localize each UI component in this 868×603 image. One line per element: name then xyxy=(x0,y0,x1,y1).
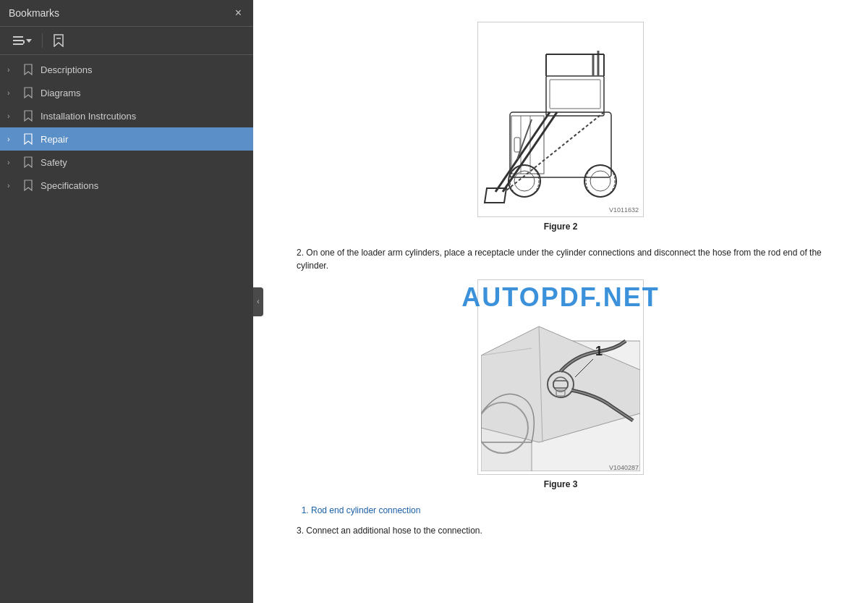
dropdown-arrow-icon xyxy=(26,38,32,43)
bookmark-icon-safety xyxy=(22,156,35,168)
figure3-container: 1 V1040287 Figure 3 xyxy=(297,279,825,489)
bookmark-item-specifications[interactable]: › Specifications xyxy=(0,174,253,197)
bookmark-nav-button[interactable] xyxy=(48,31,69,50)
step3-text: 3. Connect an additional hose to the con… xyxy=(297,524,825,537)
bookmark-item-safety[interactable]: › Safety xyxy=(0,151,253,174)
bookmark-item-descriptions[interactable]: › Descriptions xyxy=(0,58,253,81)
bookmark-icon xyxy=(53,34,64,47)
step-list-item-1: Rod end cylinder connection xyxy=(311,504,825,517)
svg-point-14 xyxy=(590,171,610,191)
figure2-caption: Figure 2 xyxy=(544,222,578,232)
sidebar-header: Bookmarks × xyxy=(0,0,253,27)
bookmark-icon-installation xyxy=(22,110,35,122)
expand-arrow-installation: › xyxy=(7,111,19,120)
svg-rect-0 xyxy=(13,36,23,38)
bookmark-label-diagrams: Diagrams xyxy=(41,88,81,98)
figure2-image: V1011632 xyxy=(477,22,644,217)
figure3-image: 1 V1040287 xyxy=(477,279,644,475)
svg-rect-1 xyxy=(13,40,23,41)
sidebar: Bookmarks × › xyxy=(0,0,253,603)
bookmark-icon-specifications xyxy=(22,180,35,191)
svg-rect-6 xyxy=(510,112,611,177)
figure3-ref: V1040287 xyxy=(609,464,639,471)
bookmark-item-diagrams[interactable]: › Diagrams xyxy=(0,81,253,104)
figure3-caption: Figure 3 xyxy=(544,479,578,489)
sidebar-toolbar xyxy=(0,27,253,55)
bookmark-label-descriptions: Descriptions xyxy=(41,64,93,75)
bookmark-item-installation[interactable]: › Installation Instrcutions xyxy=(0,104,253,127)
svg-rect-21 xyxy=(550,80,600,109)
bookmark-item-repair[interactable]: › Repair xyxy=(0,127,253,151)
svg-marker-3 xyxy=(23,40,25,44)
expand-arrow-repair: › xyxy=(7,135,19,143)
svg-rect-7 xyxy=(546,76,604,116)
expand-arrow-diagrams: › xyxy=(7,88,19,97)
svg-marker-4 xyxy=(26,39,32,43)
expand-arrow-safety: › xyxy=(7,158,19,166)
svg-point-11 xyxy=(509,165,540,197)
bookmark-label-repair: Repair xyxy=(41,134,68,145)
svg-rect-20 xyxy=(514,138,520,152)
svg-point-13 xyxy=(584,165,616,197)
close-button[interactable]: × xyxy=(232,6,244,20)
sidebar-title: Bookmarks xyxy=(9,7,59,19)
figure2-container: V1011632 Figure 2 xyxy=(297,22,825,232)
bookmark-label-specifications: Specifications xyxy=(41,180,98,191)
step-list: Rod end cylinder connection xyxy=(311,504,825,517)
svg-text:1: 1 xyxy=(595,344,603,358)
figure2-ref: V1011632 xyxy=(609,206,639,214)
bookmark-icon-repair xyxy=(22,133,35,145)
bookmark-label-installation: Installation Instrcutions xyxy=(41,111,136,122)
bookmark-icon-descriptions xyxy=(22,64,35,75)
main-content[interactable]: AUTOPDF.NET xyxy=(253,0,868,603)
expand-arrow-descriptions: › xyxy=(7,65,19,74)
list-icon xyxy=(12,34,25,47)
toolbar-divider xyxy=(42,33,43,48)
page-content: AUTOPDF.NET xyxy=(253,0,868,603)
step2-text: 2. On one of the loader arm cylinders, p… xyxy=(297,246,825,272)
svg-line-17 xyxy=(495,112,550,192)
collapse-handle[interactable]: ‹ xyxy=(253,287,263,316)
svg-rect-2 xyxy=(13,43,23,45)
bookmark-list: › Descriptions › Diagrams › Installation… xyxy=(0,55,253,603)
expand-arrow-specifications: › xyxy=(7,181,19,190)
bookmark-icon-diagrams xyxy=(22,87,35,98)
bookmark-label-safety: Safety xyxy=(41,157,67,168)
skid-steer-illustration xyxy=(481,25,640,214)
cylinder-connection-illustration: 1 xyxy=(481,283,640,471)
list-view-button[interactable] xyxy=(7,31,36,50)
